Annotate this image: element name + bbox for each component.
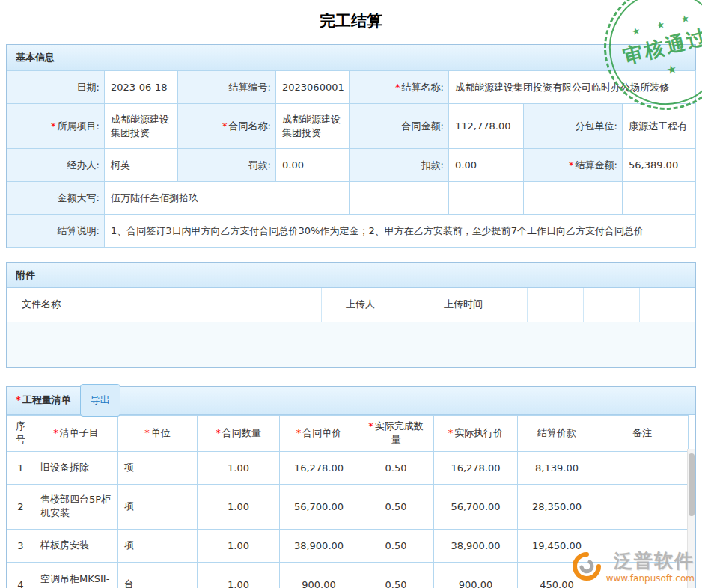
col-item: *清单子目 [34,415,118,451]
col-remark: 备注 [596,415,689,451]
col-seq: 序号 [7,415,34,451]
settlement-amount-value: 56,389.00 [623,149,696,182]
exec-price-cell: 900.00 [434,562,518,588]
col-file-name: 文件名称 [7,288,321,322]
col-label: 合同单价 [302,427,341,438]
required-marker: * [144,427,150,438]
col-label: 清单子目 [60,427,99,438]
basic-row-3: 经办人: 柯英 罚款: 0.00 扣款: 0.00 *结算金额: 56,389.… [7,149,696,182]
basic-row-4: 金额大写: 伍万陆仟叁佰捌拾玖 [7,182,696,215]
required-marker: * [216,427,221,438]
amount-words-label: 金额大写: [7,182,105,215]
col-done-qty: *实际完成数量 [358,415,434,451]
scrollbar-thumb[interactable] [689,453,695,516]
required-marker: * [569,159,574,171]
date-value: 2023-06-18 [105,71,178,104]
col-unit: *单位 [118,415,198,451]
contract-amount-value: 112,778.00 [449,104,524,149]
col-label: 单位 [151,427,171,438]
attachments-title: 附件 [16,263,35,288]
field-label: 所属项目: [58,120,100,132]
unit-cell: 项 [118,529,198,562]
boq-row: 4 空调吊柜MKSII-100D-4R 台 1.00 900.00 0.50 9… [7,562,689,588]
settlement-no-label: 结算编号: [178,71,276,104]
col-contract-price: *合同单价 [280,415,358,451]
boq-table: 序号 *清单子目 *单位 *合同数量 *合同单价 *实际完成数量 *实际执行价 … [7,415,689,588]
settlement-note-label: 结算说明: [7,215,105,248]
col-empty [639,288,695,322]
handler-value: 柯英 [105,149,178,182]
required-marker: * [448,427,454,438]
empty-cell [350,182,449,215]
settle-cell: 28,350.00 [518,484,596,529]
attachments-empty-area [7,322,695,367]
empty-cell [524,182,623,215]
page-title: 完工结算 [0,0,702,44]
boq-row: 1 旧设备拆除 项 1.00 16,278.00 0.50 16,278.00 … [7,451,689,484]
price-cell: 900.00 [280,562,358,588]
settlement-name-value: 成都能源建设集团投资有限公司临时办公场所装修 [449,71,696,104]
done-qty-cell: 0.50 [358,562,434,588]
boq-titlebar: *工程量清单 导出 [7,387,695,415]
settle-cell: 19,450.00 [518,529,596,562]
deduction-label: 扣款: [350,149,449,182]
attachments-header: 附件 [7,263,695,288]
seq-cell: 1 [7,451,34,484]
remark-cell [596,529,689,562]
item-cell: 售楼部四台5P柜机安装 [34,484,118,529]
done-qty-cell: 0.50 [358,529,434,562]
boq-panel: *工程量清单 导出 序号 *清单子目 *单位 *合同数量 *合同单价 *实际完成… [6,386,696,588]
basic-row-1: 日期: 2023-06-18 结算编号: 2023060001 *结算名称: 成… [7,71,696,104]
col-empty [527,288,583,322]
required-marker: * [368,420,373,432]
remark-cell [596,451,689,484]
unit-cell: 项 [118,484,198,529]
col-uploader: 上传人 [321,288,400,322]
col-settle-amount: 结算价款 [518,415,596,451]
subcontractor-value: 康源达工程有 [623,104,696,149]
penalty-value: 0.00 [276,149,350,182]
price-cell: 56,700.00 [280,484,358,529]
basic-row-5: 结算说明: 1、合同签订3日内甲方向乙方支付合同总价30%作为定金；2、甲方在乙… [7,215,696,248]
attachments-table: 文件名称 上传人 上传时间 [7,288,695,322]
boq-header-row: 序号 *清单子目 *单位 *合同数量 *合同单价 *实际完成数量 *实际执行价 … [7,415,689,451]
col-empty [583,288,639,322]
exec-price-cell: 38,900.00 [434,529,518,562]
required-marker: * [16,394,21,405]
item-cell: 样板房安装 [34,529,118,562]
qty-cell: 1.00 [198,484,280,529]
settlement-no-value: 2023060001 [276,71,350,104]
item-cell: 空调吊柜MKSII-100D-4R [34,562,118,588]
seq-cell: 3 [7,529,34,562]
empty-cell [623,182,696,215]
subcontractor-label: 分包单位: [524,104,623,149]
vertical-scrollbar[interactable] [687,449,695,588]
exec-price-cell: 16,278.00 [434,451,518,484]
col-label: 实际完成数量 [375,420,424,445]
basic-info-table: 日期: 2023-06-18 结算编号: 2023060001 *结算名称: 成… [7,70,696,248]
export-button[interactable]: 导出 [80,384,120,417]
boq-title-text: 工程量清单 [22,394,71,405]
contract-name-value: 成都能源建设集团投资 [276,104,350,149]
contract-name-label: *合同名称: [178,104,276,149]
basic-row-2: *所属项目: 成都能源建设集团投资 *合同名称: 成都能源建设集团投资 合同金额… [7,104,696,149]
col-contract-qty: *合同数量 [198,415,280,451]
required-marker: * [51,120,56,132]
settlement-amount-label: *结算金额: [524,149,623,182]
remark-cell [596,562,689,588]
basic-info-panel: 基本信息 日期: 2023-06-18 结算编号: 2023060001 *结算… [6,44,696,248]
project-value: 成都能源建设集团投资 [105,104,178,149]
attachments-header-row: 文件名称 上传人 上传时间 [7,288,695,322]
done-qty-cell: 0.50 [358,484,434,529]
price-cell: 16,278.00 [280,451,358,484]
handler-label: 经办人: [7,149,105,182]
qty-cell: 1.00 [198,451,280,484]
attachments-panel: 附件 文件名称 上传人 上传时间 [6,262,696,368]
exec-price-cell: 56,700.00 [434,484,518,529]
seq-cell: 2 [7,484,34,529]
penalty-label: 罚款: [178,149,276,182]
done-qty-cell: 0.50 [358,451,434,484]
required-marker: * [53,427,58,438]
amount-words-value: 伍万陆仟叁佰捌拾玖 [105,182,350,215]
col-upload-time: 上传时间 [400,288,527,322]
